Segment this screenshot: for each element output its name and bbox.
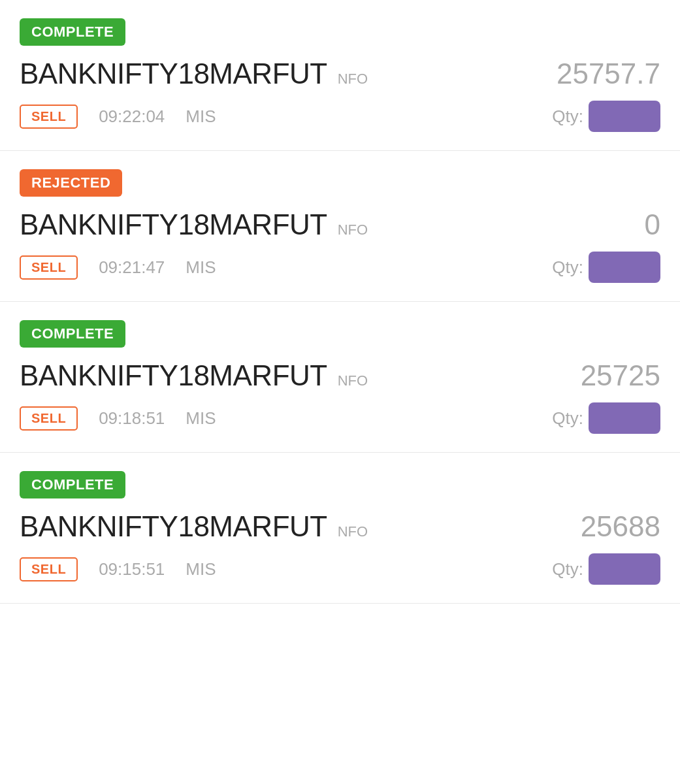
order-symbol-group: BANKNIFTY18MARFUT NFO — [20, 359, 368, 392]
qty-redacted — [589, 101, 660, 132]
order-symbol: BANKNIFTY18MARFUT — [20, 208, 327, 241]
order-qty-group: Qty: — [552, 101, 660, 132]
order-qty-group: Qty: — [552, 252, 660, 283]
order-symbol: BANKNIFTY18MARFUT — [20, 510, 327, 543]
order-exchange: NFO — [338, 523, 368, 540]
order-exchange: NFO — [338, 71, 368, 88]
order-qty-label: Qty: — [552, 559, 583, 580]
order-type: MIS — [186, 106, 216, 127]
order-symbol-group: BANKNIFTY18MARFUT NFO — [20, 208, 368, 241]
order-time: 09:15:51 — [99, 559, 165, 580]
order-symbol-group: BANKNIFTY18MARFUT NFO — [20, 510, 368, 543]
sell-badge: SELL — [20, 406, 78, 431]
order-detail-left: SELL 09:21:47 MIS — [20, 255, 216, 280]
order-price: 25757.7 — [557, 57, 660, 90]
order-type: MIS — [186, 257, 216, 278]
order-qty-group: Qty: — [552, 553, 660, 585]
qty-redacted — [589, 402, 660, 434]
order-time: 09:21:47 — [99, 257, 165, 278]
status-badge: REJECTED — [20, 169, 122, 197]
order-time: 09:22:04 — [99, 106, 165, 127]
order-price: 0 — [645, 208, 660, 241]
order-card[interactable]: COMPLETE BANKNIFTY18MARFUT NFO 25757.7 S… — [0, 0, 680, 151]
order-detail-row: SELL 09:21:47 MIS Qty: — [20, 252, 660, 283]
order-exchange: NFO — [338, 372, 368, 389]
order-main-row: BANKNIFTY18MARFUT NFO 25688 — [20, 510, 660, 543]
order-main-row: BANKNIFTY18MARFUT NFO 25757.7 — [20, 57, 660, 90]
order-symbol: BANKNIFTY18MARFUT — [20, 359, 327, 392]
order-time: 09:18:51 — [99, 408, 165, 429]
order-exchange: NFO — [338, 221, 368, 238]
order-detail-row: SELL 09:15:51 MIS Qty: — [20, 553, 660, 585]
order-detail-row: SELL 09:22:04 MIS Qty: — [20, 101, 660, 132]
qty-redacted — [589, 252, 660, 283]
sell-badge: SELL — [20, 557, 78, 581]
sell-badge: SELL — [20, 255, 78, 280]
order-main-row: BANKNIFTY18MARFUT NFO 0 — [20, 208, 660, 241]
qty-redacted — [589, 553, 660, 585]
sell-badge: SELL — [20, 105, 78, 129]
order-detail-left: SELL 09:18:51 MIS — [20, 406, 216, 431]
order-card[interactable]: COMPLETE BANKNIFTY18MARFUT NFO 25725 SEL… — [0, 302, 680, 453]
order-qty-label: Qty: — [552, 106, 583, 127]
status-badge: COMPLETE — [20, 320, 125, 348]
order-detail-left: SELL 09:15:51 MIS — [20, 557, 216, 581]
order-symbol: BANKNIFTY18MARFUT — [20, 57, 327, 90]
order-main-row: BANKNIFTY18MARFUT NFO 25725 — [20, 359, 660, 392]
order-price: 25725 — [581, 359, 660, 392]
order-type: MIS — [186, 559, 216, 580]
order-qty-label: Qty: — [552, 257, 583, 278]
order-type: MIS — [186, 408, 216, 429]
order-card[interactable]: COMPLETE BANKNIFTY18MARFUT NFO 25688 SEL… — [0, 453, 680, 604]
order-symbol-group: BANKNIFTY18MARFUT NFO — [20, 57, 368, 90]
order-qty-label: Qty: — [552, 408, 583, 429]
order-qty-group: Qty: — [552, 402, 660, 434]
status-badge: COMPLETE — [20, 471, 125, 498]
status-badge: COMPLETE — [20, 18, 125, 46]
order-detail-left: SELL 09:22:04 MIS — [20, 105, 216, 129]
order-detail-row: SELL 09:18:51 MIS Qty: — [20, 402, 660, 434]
order-list: COMPLETE BANKNIFTY18MARFUT NFO 25757.7 S… — [0, 0, 680, 604]
order-card[interactable]: REJECTED BANKNIFTY18MARFUT NFO 0 SELL 09… — [0, 151, 680, 302]
order-price: 25688 — [581, 510, 660, 543]
